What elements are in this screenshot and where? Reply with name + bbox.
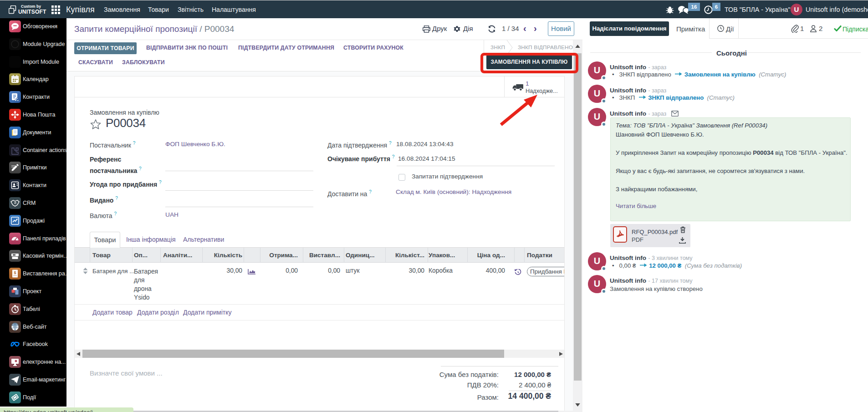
svg-text:$: $ xyxy=(14,270,16,275)
